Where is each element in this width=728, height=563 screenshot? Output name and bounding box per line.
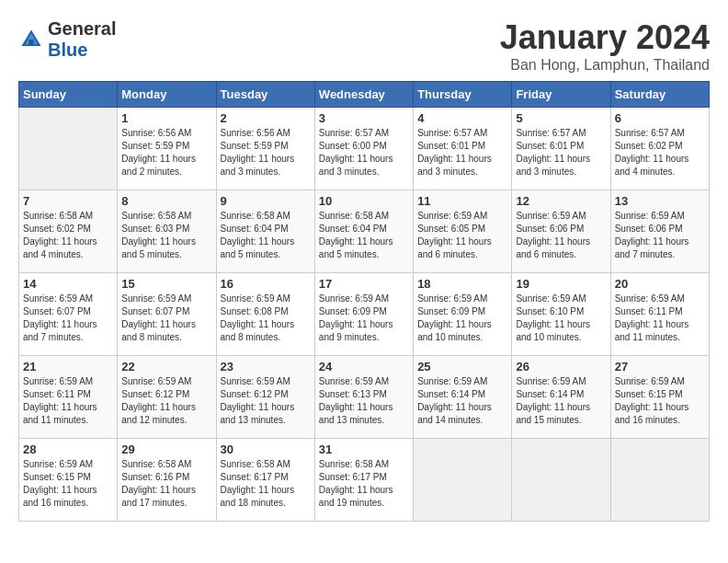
day-number: 25 — [417, 360, 507, 373]
day-number: 6 — [615, 111, 705, 125]
calendar-cell: 29Sunrise: 6:58 AM Sunset: 6:16 PM Dayli… — [118, 439, 216, 522]
day-number: 29 — [121, 442, 211, 456]
day-info: Sunrise: 6:58 AM Sunset: 6:04 PM Dayligh… — [221, 210, 311, 261]
day-number: 28 — [23, 442, 113, 456]
day-info: Sunrise: 6:59 AM Sunset: 6:06 PM Dayligh… — [516, 210, 606, 261]
day-info: Sunrise: 6:58 AM Sunset: 6:16 PM Dayligh… — [121, 458, 211, 510]
day-info: Sunrise: 6:59 AM Sunset: 6:06 PM Dayligh… — [615, 210, 705, 261]
logo-blue-text: Blue — [48, 40, 87, 60]
day-number: 4 — [417, 111, 507, 125]
day-number: 8 — [121, 194, 211, 208]
calendar-cell: 30Sunrise: 6:58 AM Sunset: 6:17 PM Dayli… — [216, 439, 314, 522]
calendar-cell: 2Sunrise: 6:56 AM Sunset: 5:59 PM Daylig… — [216, 108, 314, 190]
day-info: Sunrise: 6:57 AM Sunset: 6:01 PM Dayligh… — [417, 127, 507, 178]
calendar-cell: 15Sunrise: 6:59 AM Sunset: 6:07 PM Dayli… — [118, 273, 216, 356]
calendar-cell: 17Sunrise: 6:59 AM Sunset: 6:09 PM Dayli… — [314, 273, 413, 356]
day-number: 19 — [516, 277, 606, 291]
calendar-cell — [19, 108, 118, 190]
day-number: 17 — [319, 277, 409, 291]
calendar-cell: 19Sunrise: 6:59 AM Sunset: 6:10 PM Dayli… — [512, 273, 610, 356]
day-info: Sunrise: 6:57 AM Sunset: 6:00 PM Dayligh… — [319, 127, 409, 178]
calendar-cell: 14Sunrise: 6:59 AM Sunset: 6:07 PM Dayli… — [19, 273, 118, 356]
calendar-cell: 4Sunrise: 6:57 AM Sunset: 6:01 PM Daylig… — [414, 108, 512, 190]
day-number: 22 — [121, 360, 211, 373]
day-header-sunday: Sunday — [19, 82, 118, 108]
day-info: Sunrise: 6:59 AM Sunset: 6:07 PM Dayligh… — [121, 293, 211, 344]
day-headers-row: SundayMondayTuesdayWednesdayThursdayFrid… — [19, 82, 710, 108]
day-info: Sunrise: 6:59 AM Sunset: 6:09 PM Dayligh… — [319, 293, 409, 344]
day-number: 20 — [615, 277, 705, 291]
calendar-cell: 26Sunrise: 6:59 AM Sunset: 6:14 PM Dayli… — [512, 356, 610, 439]
day-info: Sunrise: 6:59 AM Sunset: 6:12 PM Dayligh… — [221, 375, 311, 427]
calendar-cell: 5Sunrise: 6:57 AM Sunset: 6:01 PM Daylig… — [512, 108, 610, 190]
day-number: 26 — [516, 360, 606, 373]
calendar-cell: 12Sunrise: 6:59 AM Sunset: 6:06 PM Dayli… — [512, 190, 610, 273]
day-number: 16 — [221, 277, 311, 291]
calendar-cell: 20Sunrise: 6:59 AM Sunset: 6:11 PM Dayli… — [610, 273, 709, 356]
day-number: 2 — [221, 111, 311, 125]
calendar-cell: 22Sunrise: 6:59 AM Sunset: 6:12 PM Dayli… — [118, 356, 216, 439]
day-info: Sunrise: 6:59 AM Sunset: 6:11 PM Dayligh… — [23, 375, 113, 427]
month-title: January 2024 — [500, 18, 710, 57]
day-number: 3 — [319, 111, 409, 125]
day-number: 15 — [121, 277, 211, 291]
day-number: 18 — [417, 277, 507, 291]
calendar-cell: 24Sunrise: 6:59 AM Sunset: 6:13 PM Dayli… — [314, 356, 413, 439]
day-info: Sunrise: 6:59 AM Sunset: 6:14 PM Dayligh… — [516, 375, 606, 427]
day-number: 27 — [615, 360, 705, 373]
day-info: Sunrise: 6:59 AM Sunset: 6:10 PM Dayligh… — [516, 293, 606, 344]
calendar-cell: 8Sunrise: 6:58 AM Sunset: 6:03 PM Daylig… — [118, 190, 216, 273]
title-block: January 2024 Ban Hong, Lamphun, Thailand — [500, 18, 710, 74]
day-info: Sunrise: 6:58 AM Sunset: 6:17 PM Dayligh… — [221, 458, 311, 510]
day-number: 21 — [23, 360, 113, 373]
calendar-week-row: 7Sunrise: 6:58 AM Sunset: 6:02 PM Daylig… — [19, 190, 710, 273]
day-info: Sunrise: 6:59 AM Sunset: 6:09 PM Dayligh… — [417, 293, 507, 344]
calendar-cell: 31Sunrise: 6:58 AM Sunset: 6:17 PM Dayli… — [314, 439, 413, 522]
calendar-cell: 27Sunrise: 6:59 AM Sunset: 6:15 PM Dayli… — [610, 356, 709, 439]
day-info: Sunrise: 6:58 AM Sunset: 6:04 PM Dayligh… — [319, 210, 409, 261]
calendar-cell: 3Sunrise: 6:57 AM Sunset: 6:00 PM Daylig… — [314, 108, 413, 190]
logo-general-text: General — [48, 18, 116, 39]
day-info: Sunrise: 6:59 AM Sunset: 6:15 PM Dayligh… — [615, 375, 705, 427]
day-info: Sunrise: 6:59 AM Sunset: 6:14 PM Dayligh… — [417, 375, 507, 427]
calendar-cell: 10Sunrise: 6:58 AM Sunset: 6:04 PM Dayli… — [314, 190, 413, 273]
logo: General Blue — [18, 18, 116, 61]
day-header-thursday: Thursday — [414, 82, 512, 108]
day-number: 14 — [23, 277, 113, 291]
calendar-cell: 25Sunrise: 6:59 AM Sunset: 6:14 PM Dayli… — [414, 356, 512, 439]
calendar-cell — [610, 439, 709, 522]
calendar-cell: 18Sunrise: 6:59 AM Sunset: 6:09 PM Dayli… — [414, 273, 512, 356]
day-info: Sunrise: 6:58 AM Sunset: 6:03 PM Dayligh… — [121, 210, 211, 261]
calendar-body: 1Sunrise: 6:56 AM Sunset: 5:59 PM Daylig… — [19, 108, 710, 522]
day-header-friday: Friday — [512, 82, 610, 108]
calendar-cell — [512, 439, 610, 522]
calendar-cell: 21Sunrise: 6:59 AM Sunset: 6:11 PM Dayli… — [19, 356, 118, 439]
calendar-cell: 7Sunrise: 6:58 AM Sunset: 6:02 PM Daylig… — [19, 190, 118, 273]
day-info: Sunrise: 6:59 AM Sunset: 6:11 PM Dayligh… — [615, 293, 705, 344]
day-number: 12 — [516, 194, 606, 208]
day-info: Sunrise: 6:59 AM Sunset: 6:07 PM Dayligh… — [23, 293, 113, 344]
day-number: 23 — [221, 360, 311, 373]
page-header: General Blue January 2024 Ban Hong, Lamp… — [18, 18, 710, 74]
calendar-cell: 6Sunrise: 6:57 AM Sunset: 6:02 PM Daylig… — [610, 108, 709, 190]
calendar-week-row: 1Sunrise: 6:56 AM Sunset: 5:59 PM Daylig… — [19, 108, 710, 190]
day-number: 9 — [221, 194, 311, 208]
day-info: Sunrise: 6:59 AM Sunset: 6:13 PM Dayligh… — [319, 375, 409, 427]
calendar-week-row: 14Sunrise: 6:59 AM Sunset: 6:07 PM Dayli… — [19, 273, 710, 356]
day-info: Sunrise: 6:58 AM Sunset: 6:17 PM Dayligh… — [319, 458, 409, 510]
calendar-header: SundayMondayTuesdayWednesdayThursdayFrid… — [19, 82, 710, 108]
day-number: 5 — [516, 111, 606, 125]
day-header-tuesday: Tuesday — [216, 82, 314, 108]
day-info: Sunrise: 6:56 AM Sunset: 5:59 PM Dayligh… — [121, 127, 211, 178]
calendar-cell: 9Sunrise: 6:58 AM Sunset: 6:04 PM Daylig… — [216, 190, 314, 273]
day-header-wednesday: Wednesday — [314, 82, 413, 108]
day-number: 11 — [417, 194, 507, 208]
calendar-cell: 28Sunrise: 6:59 AM Sunset: 6:15 PM Dayli… — [19, 439, 118, 522]
logo-icon — [18, 27, 44, 52]
svg-rect-2 — [28, 40, 34, 46]
day-info: Sunrise: 6:59 AM Sunset: 6:05 PM Dayligh… — [417, 210, 507, 261]
day-number: 30 — [221, 442, 311, 456]
calendar-cell: 13Sunrise: 6:59 AM Sunset: 6:06 PM Dayli… — [610, 190, 709, 273]
day-info: Sunrise: 6:59 AM Sunset: 6:08 PM Dayligh… — [221, 293, 311, 344]
calendar-week-row: 21Sunrise: 6:59 AM Sunset: 6:11 PM Dayli… — [19, 356, 710, 439]
